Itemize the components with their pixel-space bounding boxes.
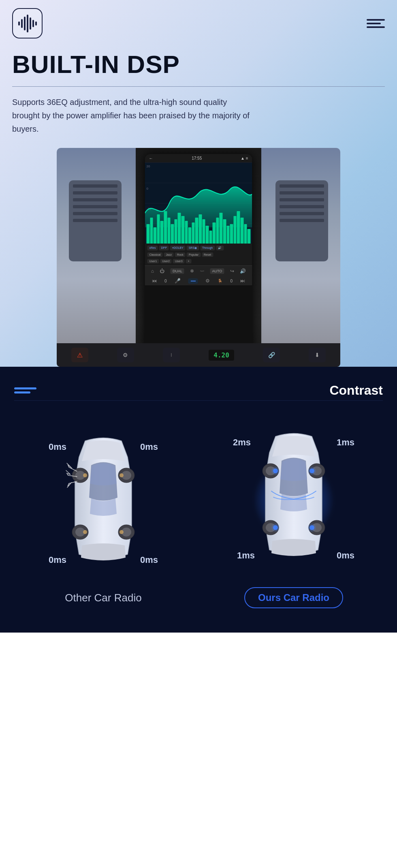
other-car-comparison: 0ms 0ms 0ms 0ms (14, 421, 192, 604)
top-bar (12, 8, 385, 38)
preset-xres[interactable]: xRes (147, 246, 158, 250)
nav-controls-row: ⌂ ⏻ DUAL ❄ 〰 AUTO ↪ 🔊 (145, 265, 252, 276)
mode-popular[interactable]: Popular (187, 252, 201, 257)
screen-device: ← 17:55 ▲ ≡ 20 (145, 154, 252, 353)
other-car-label: Other Car Radio (65, 592, 141, 604)
hazard-btn[interactable]: ⚠ (71, 348, 88, 362)
signal-icons: ▲ ≡ (241, 156, 248, 160)
user1-btn[interactable]: User1 (147, 259, 159, 263)
svg-point-28 (271, 467, 280, 475)
contrast-title: Contrast (329, 383, 383, 398)
other-car-view: 0ms 0ms 0ms 0ms (45, 421, 162, 588)
comparison-grid: 0ms 0ms 0ms 0ms (14, 417, 383, 608)
eq-presets-row: xRes DPP ≡DOLBY SRS◉ Through 🔊 (145, 244, 252, 252)
preset-through[interactable]: Through (200, 246, 215, 250)
nav-home[interactable]: ⌂ (151, 268, 154, 274)
eq-modes-row: Classical Jazz Rock Popular Reset (145, 252, 252, 258)
other-car-svg (65, 433, 142, 575)
mode-jazz[interactable]: Jazz (164, 252, 174, 257)
nav-wave: 〰 (200, 269, 204, 274)
menu-button[interactable] (367, 19, 385, 28)
our-car-svg (255, 428, 332, 570)
svg-point-30 (308, 467, 316, 475)
car-mockup: ← 17:55 ▲ ≡ 20 (57, 148, 340, 367)
bottom-hardware-controls: ⚠ ⚙ ⁞ 4.20 🔗 ⬇ (57, 343, 340, 367)
dots-btn[interactable]: ⁞ (163, 348, 180, 362)
transport-row: ⏮ 0 🎤 ━━ ⚙ 🪑 0 ⏭ (145, 276, 252, 285)
our-car-view: 2ms 1ms 1ms 0ms (235, 417, 352, 583)
our-car-timing-tl: 2ms (233, 437, 251, 448)
subtitle-text: Supports 36EQ adjustment, and the ultra-… (12, 96, 255, 136)
user2-btn[interactable]: User2 (160, 259, 172, 263)
download-btn[interactable]: ⬇ (309, 348, 326, 362)
eq-display: 20 0 -20 (145, 162, 252, 244)
svg-rect-3 (27, 15, 28, 32)
contrast-header: Contrast (14, 383, 383, 398)
other-car-timing-tl: 0ms (49, 442, 66, 452)
svg-point-32 (271, 524, 280, 532)
svg-rect-0 (18, 21, 20, 26)
status-bar: ← 17:55 ▲ ≡ (145, 154, 252, 162)
our-car-svg-container (255, 428, 332, 572)
add-user-btn[interactable]: + (186, 259, 192, 263)
contrast-divider (14, 400, 383, 401)
nav-power[interactable]: ⏻ (160, 268, 164, 274)
other-car-timing-br: 0ms (140, 555, 158, 565)
svg-point-18 (120, 530, 124, 534)
eq-users-row: User1 User2 User3 + (145, 258, 252, 265)
mic-btn[interactable]: 🎤 (175, 278, 181, 284)
mode-rock[interactable]: Rock (175, 252, 186, 257)
nav-auto: AUTO (210, 268, 224, 274)
logo-icon (12, 8, 43, 38)
mode-reset[interactable]: Reset (202, 252, 213, 257)
user3-btn[interactable]: User3 (173, 259, 185, 263)
screen-time: 17:55 (192, 156, 202, 160)
svg-rect-5 (32, 20, 34, 27)
nav-ac[interactable]: ❄ (190, 268, 194, 274)
our-car-timing-tr: 1ms (337, 437, 354, 448)
settings-hw-btn[interactable]: ⚙ (117, 348, 134, 362)
our-car-timing-br: 0ms (337, 550, 354, 561)
preset-srs[interactable]: SRS◉ (187, 246, 199, 250)
our-car-timing-bl: 1ms (237, 550, 255, 561)
prev-btn[interactable]: ⏮ (152, 278, 157, 284)
contrast-icon (14, 387, 36, 393)
svg-rect-6 (35, 21, 37, 26)
seat-btn: 🪑 (218, 279, 222, 283)
other-car-timing-bl: 0ms (49, 555, 66, 565)
nav-vol[interactable]: 🔊 (240, 268, 246, 274)
page-title: BUILT-IN DSP (12, 51, 385, 78)
seek-bar: ━━ (188, 278, 198, 284)
fan-btn[interactable]: ⚙ (205, 278, 210, 284)
mode-classical[interactable]: Classical (147, 252, 163, 257)
pos-zero-r: 0 (230, 279, 233, 283)
svg-point-17 (83, 530, 87, 534)
nav-curve: ↪ (230, 268, 234, 274)
title-divider (12, 86, 385, 87)
our-car-comparison: 2ms 1ms 1ms 0ms (205, 417, 383, 608)
header-section: BUILT-IN DSP Supports 36EQ adjustment, a… (0, 0, 397, 367)
eq-bars-row (145, 211, 252, 244)
other-car-svg-container (65, 433, 142, 576)
ours-car-radio-button[interactable]: Ours Car Radio (244, 587, 343, 608)
svg-point-15 (83, 473, 87, 477)
other-car-timing-tr: 0ms (140, 442, 158, 452)
vent-right (275, 180, 328, 261)
preset-dolby[interactable]: ≡DOLBY (170, 246, 186, 250)
svg-point-16 (120, 473, 124, 477)
sound-wave-icon (17, 13, 38, 34)
link-btn[interactable]: 🔗 (263, 348, 280, 362)
next-btn[interactable]: ⏭ (240, 278, 245, 284)
contrast-section: Contrast 0ms 0ms 0ms 0ms (0, 367, 397, 633)
preset-vol[interactable]: 🔊 (216, 246, 224, 250)
svg-rect-2 (24, 17, 26, 30)
svg-rect-1 (21, 19, 23, 28)
car-interior-bg: ← 17:55 ▲ ≡ 20 (57, 148, 340, 367)
display-panel: 4.20 (209, 350, 234, 361)
svg-point-34 (308, 524, 316, 532)
svg-rect-4 (30, 17, 31, 30)
screen-bezel: ← 17:55 ▲ ≡ 20 (136, 148, 261, 367)
preset-dpp[interactable]: DPP (159, 246, 169, 250)
back-arrow: ← (149, 156, 153, 160)
pos-zero-l: 0 (164, 279, 167, 283)
